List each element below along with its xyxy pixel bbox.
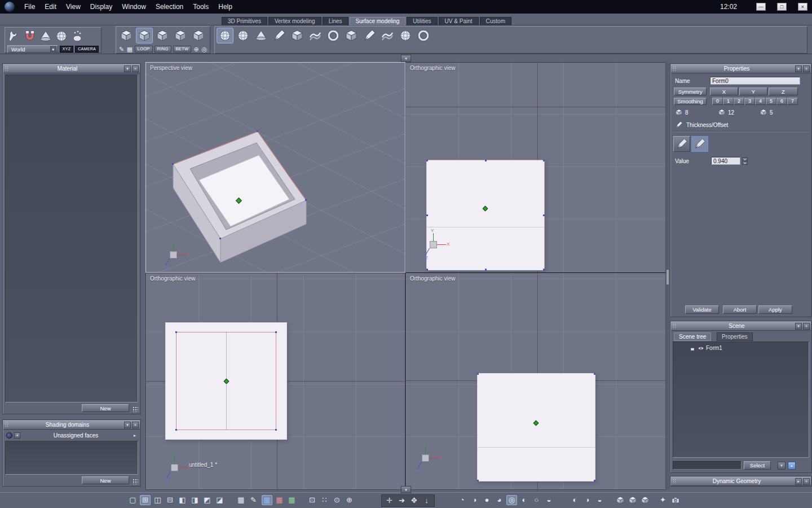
tab-custom[interactable]: Custom xyxy=(480,17,511,25)
viewport-splitter-handle-top[interactable]: ▾ xyxy=(401,55,411,62)
sparkle-render-icon[interactable]: ✦ xyxy=(657,495,668,505)
tree-up-button[interactable]: ▴ xyxy=(788,462,796,470)
validate-button[interactable]: Validate xyxy=(685,305,719,314)
close-icon[interactable]: × xyxy=(132,422,139,428)
smoothing-level-3[interactable]: 3 xyxy=(744,98,755,105)
camera-toggle[interactable]: CAMERA xyxy=(75,46,99,52)
thickness-tool-icon[interactable] xyxy=(271,28,288,43)
wireframe-shading-icon[interactable]: ◔ xyxy=(457,495,467,505)
tab-lines[interactable]: Lines xyxy=(323,17,348,25)
render-camera-icon[interactable] xyxy=(670,495,681,505)
scene-panel-header[interactable]: Scene ▾ × xyxy=(671,322,811,331)
grip-icon[interactable] xyxy=(5,66,9,72)
tab-scene-properties[interactable]: Properties xyxy=(717,332,753,341)
smooth-tool-icon[interactable] xyxy=(217,28,233,43)
tab-surface-modeling[interactable]: Surface modeling xyxy=(350,17,406,25)
layout-two-rows-icon[interactable]: ⊟ xyxy=(165,495,175,505)
zoom-region-icon[interactable]: ⊕ xyxy=(344,495,355,505)
symmetry-z-button[interactable]: Z xyxy=(769,87,798,95)
zoom-icon[interactable]: ⊙ xyxy=(332,495,342,505)
grip-icon[interactable] xyxy=(5,422,9,428)
eye-icon[interactable] xyxy=(698,345,704,352)
layout-bottom-split-icon[interactable]: ◪ xyxy=(214,495,225,505)
dynamic-geometry-header[interactable]: Dynamic Geometry ▸ × xyxy=(671,477,811,486)
object-center-handle[interactable] xyxy=(483,206,488,212)
sphere-wire-tool-icon[interactable] xyxy=(397,28,414,43)
close-button[interactable]: × xyxy=(798,3,807,11)
magnet-tool-icon[interactable] xyxy=(23,29,37,43)
light-front-icon[interactable]: ◐ xyxy=(570,495,580,505)
ring-mode-button[interactable]: RING xyxy=(155,46,171,52)
flat-shading-icon[interactable]: ● xyxy=(482,495,492,505)
viewport-perspective[interactable]: Perspective view X Y Z xyxy=(145,62,405,273)
cube-object-front-view[interactable] xyxy=(165,322,287,440)
layers-tool-icon[interactable] xyxy=(379,28,396,43)
apply-button[interactable]: Apply xyxy=(758,305,792,314)
viewport-splitter-handle-bottom[interactable]: ▾ xyxy=(401,486,411,493)
expand-icon[interactable]: ▸ xyxy=(795,478,802,485)
all-edges-cube-icon[interactable] xyxy=(190,28,207,43)
close-icon[interactable]: × xyxy=(803,323,810,330)
between-select-cube-icon[interactable] xyxy=(172,28,189,43)
layout-right-split-icon[interactable]: ◨ xyxy=(189,495,200,505)
walk-mode-icon[interactable]: ➔ xyxy=(396,496,407,506)
menu-display[interactable]: Display xyxy=(90,3,112,11)
lock-icon[interactable] xyxy=(689,345,696,352)
name-input[interactable] xyxy=(710,77,800,85)
cube-tool-icon[interactable] xyxy=(343,28,360,43)
domain-color-icon[interactable] xyxy=(6,432,12,439)
layout-two-columns-icon[interactable]: ◫ xyxy=(152,495,163,505)
collapse-icon[interactable]: ▾ xyxy=(795,323,802,330)
shading-domain-item[interactable]: Unassigned faces xyxy=(22,432,130,439)
scene-tree[interactable]: Form1 xyxy=(673,341,809,458)
target-icon[interactable]: ⊕ xyxy=(193,46,199,53)
fit-view-icon[interactable]: ⊡ xyxy=(307,495,317,505)
loop-select-cube-icon[interactable] xyxy=(136,28,153,43)
smoothing-level-1[interactable]: 1 xyxy=(723,98,734,105)
maximize-button[interactable]: □ xyxy=(777,3,787,11)
ring-select-cube-icon[interactable] xyxy=(154,28,171,43)
menu-view[interactable]: View xyxy=(66,3,81,11)
smoothing-level-6[interactable]: 6 xyxy=(776,98,787,105)
smoothed-cube-object[interactable] xyxy=(146,63,405,272)
curve-tool-icon[interactable] xyxy=(307,28,324,43)
pivot-cube-icon[interactable] xyxy=(639,495,650,505)
smoothing-level-0[interactable]: 0 xyxy=(712,98,723,105)
snap-cube-icon[interactable] xyxy=(615,495,625,505)
symmetry-x-button[interactable]: X xyxy=(710,87,738,95)
cube-object-side-view[interactable] xyxy=(477,373,595,481)
layout-single-icon[interactable]: ▢ xyxy=(127,495,138,505)
grip-icon[interactable] xyxy=(673,479,677,484)
edge-mark-icon[interactable]: ✎ xyxy=(118,46,125,53)
tab-vertex-modeling[interactable]: Vertex modeling xyxy=(268,17,321,25)
menu-file[interactable]: File xyxy=(24,3,35,11)
smooth-shading-icon[interactable]: ◕ xyxy=(494,495,505,505)
edge-grid-icon[interactable]: ▦ xyxy=(126,46,133,53)
close-icon[interactable]: × xyxy=(803,478,810,485)
new-domain-button[interactable]: New xyxy=(82,476,129,484)
viewport-ortho-side[interactable]: Orthographic view X Y Z xyxy=(405,273,668,490)
smoothing-level-2[interactable]: 2 xyxy=(734,98,744,105)
grip-icon[interactable] xyxy=(673,66,677,72)
light-side-icon[interactable]: ◑ xyxy=(582,495,593,505)
cone-tool-icon[interactable] xyxy=(38,29,53,43)
close-icon[interactable]: × xyxy=(803,65,810,72)
layout-quad-icon[interactable]: ⊞ xyxy=(140,495,151,505)
layout-top-split-icon[interactable]: ◩ xyxy=(202,495,213,505)
working-space-dropdown[interactable]: World ▾ xyxy=(7,45,58,53)
smoothing-level-5[interactable]: 5 xyxy=(766,98,776,105)
grid-xz-plane-icon[interactable]: ▦ xyxy=(286,495,297,505)
wrench-tool-icon[interactable] xyxy=(7,29,21,43)
resize-grip-icon[interactable] xyxy=(133,406,138,412)
value-stepper[interactable]: ▴ ▾ xyxy=(742,157,748,165)
viewport-scrollbar[interactable] xyxy=(665,62,669,490)
layout-left-split-icon[interactable]: ◧ xyxy=(177,495,188,505)
between-mode-button[interactable]: BETW xyxy=(173,46,192,52)
hidden-line-shading-icon[interactable]: ◑ xyxy=(469,495,480,505)
symmetry-button[interactable]: Symmetry xyxy=(674,87,707,95)
grip-icon[interactable] xyxy=(673,323,677,329)
scene-node-row[interactable]: Form1 xyxy=(674,344,807,352)
menu-tools[interactable]: Tools xyxy=(193,3,209,11)
material-panel-header[interactable]: Material ▾ × xyxy=(3,64,140,73)
shading-domain-list[interactable] xyxy=(5,441,138,475)
